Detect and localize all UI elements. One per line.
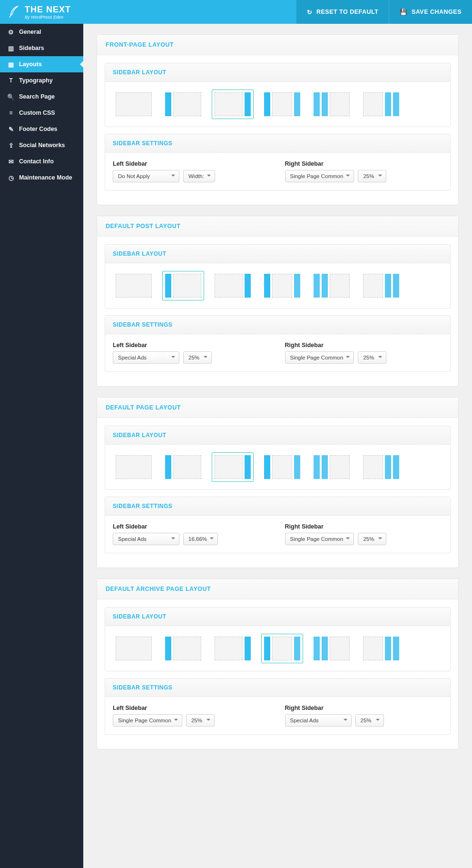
sidebar-item-contact-info[interactable]: ✉Contact Info	[0, 153, 83, 170]
layout-option-double-right[interactable]	[360, 271, 402, 300]
layout-option-right[interactable]	[212, 452, 254, 482]
mail-icon: ✉	[8, 158, 14, 165]
right-sidebar-width-select[interactable]: 25%	[358, 533, 386, 545]
layout-option-none[interactable]	[113, 634, 155, 663]
right-sidebar-width-select[interactable]: 25%	[355, 714, 384, 727]
layout-option-both[interactable]	[261, 634, 303, 663]
sidebar-item-label: Social Networks	[19, 142, 65, 149]
logo: THE NEXT By WordPress Eden	[0, 5, 79, 20]
sidebar-layout-panel: SIDEBAR LAYOUT	[105, 426, 451, 490]
panel-title: DEFAULT ARCHIVE PAGE LAYOUT	[97, 579, 458, 599]
sidebar-item-layouts[interactable]: ▦Layouts	[0, 56, 83, 72]
layout-option-double-left[interactable]	[311, 271, 353, 300]
sidebar-item-label: Search Page	[19, 93, 55, 100]
layout-option-none[interactable]	[113, 452, 155, 482]
right-sidebar-label: Right Sidebar	[285, 160, 443, 167]
gear-icon: ⚙	[8, 29, 14, 35]
right-sidebar-select[interactable]: Special Ads	[285, 714, 352, 727]
layout-chooser	[113, 452, 442, 482]
sidebar-layout-panel: SIDEBAR LAYOUT	[105, 63, 451, 127]
panel-title: DEFAULT POST LAYOUT	[97, 216, 458, 237]
layout-option-none[interactable]	[113, 90, 155, 119]
right-sidebar-select[interactable]: Single Page Common	[285, 533, 354, 545]
save-button[interactable]: 💾 SAVE CHANGES	[389, 0, 472, 24]
panel-title: FRONT-PAGE LAYOUT	[97, 35, 458, 55]
logo-title: THE NEXT	[25, 5, 71, 15]
layout-option-both[interactable]	[261, 452, 303, 482]
sidebar-item-search-page[interactable]: 🔍Search Page	[0, 89, 83, 105]
clock-icon: ◷	[8, 174, 14, 181]
main-content: FRONT-PAGE LAYOUT SIDEBAR LAYOUT SIDEBAR…	[83, 0, 472, 868]
layout-option-double-right[interactable]	[360, 90, 402, 119]
left-sidebar-width-select[interactable]: 25%	[186, 714, 215, 727]
right-sidebar-select[interactable]: Single Page Common	[285, 351, 354, 364]
sidebar-item-label: General	[19, 29, 41, 35]
left-sidebar-label: Left Sidebar	[113, 160, 271, 167]
share-icon: ⇪	[8, 142, 14, 149]
layout-option-left[interactable]	[162, 271, 204, 300]
panel-title: DEFAULT PAGE LAYOUT	[97, 398, 458, 418]
right-sidebar-label: Right Sidebar	[285, 705, 443, 711]
right-sidebar-select[interactable]: Single Page Common	[285, 170, 354, 182]
sidebar-item-footer-codes[interactable]: ✎Footer Codes	[0, 121, 83, 137]
layout-icon: ▦	[8, 61, 14, 68]
sidebar-layout-header: SIDEBAR LAYOUT	[105, 63, 450, 82]
right-sidebar-label: Right Sidebar	[285, 523, 443, 530]
sidebar-item-label: Sidebars	[19, 45, 44, 51]
layout-option-double-left[interactable]	[311, 452, 353, 482]
reset-button-label: RESET TO DEFAULT	[316, 9, 378, 15]
sidebar-settings-header: SIDEBAR SETTINGS	[105, 316, 450, 334]
left-sidebar-select[interactable]: Single Page Common	[113, 714, 182, 727]
reset-button[interactable]: ↻ RESET TO DEFAULT	[296, 0, 389, 24]
right-sidebar-width-select[interactable]: 25%	[358, 351, 386, 364]
panel-3: DEFAULT ARCHIVE PAGE LAYOUT SIDEBAR LAYO…	[97, 579, 459, 749]
left-sidebar-select[interactable]: Special Ads	[113, 351, 179, 364]
left-sidebar-select[interactable]: Special Ads	[113, 533, 179, 545]
sidebar-settings-header: SIDEBAR SETTINGS	[105, 497, 450, 516]
layout-option-right[interactable]	[212, 634, 254, 663]
sidebar-item-sidebars[interactable]: ▥Sidebars	[0, 40, 83, 56]
layout-option-left[interactable]	[162, 90, 204, 119]
layout-option-double-right[interactable]	[360, 634, 402, 663]
sidebar-item-label: Maintenance Mode	[19, 174, 72, 181]
layout-option-double-left[interactable]	[311, 634, 353, 663]
sidebar-settings-panel: SIDEBAR SETTINGS Left Sidebar Do Not App…	[105, 134, 451, 190]
layout-option-none[interactable]	[113, 271, 155, 300]
layout-option-right[interactable]	[212, 271, 254, 300]
left-sidebar-label: Left Sidebar	[113, 523, 271, 530]
sidebar-settings-panel: SIDEBAR SETTINGS Left Sidebar Special Ad…	[105, 315, 451, 372]
layout-chooser	[113, 90, 442, 119]
left-sidebar-width-select[interactable]: 16.66%	[183, 533, 218, 545]
left-sidebar-width-select[interactable]: Width:	[183, 170, 215, 182]
layout-option-left[interactable]	[162, 634, 204, 663]
sidebar-item-social-networks[interactable]: ⇪Social Networks	[0, 137, 83, 153]
sidebar: ⚙General▥Sidebars▦LayoutsTTypography🔍Sea…	[0, 0, 83, 868]
left-sidebar-select[interactable]: Do Not Apply	[113, 170, 179, 182]
sidebar-layout-header: SIDEBAR LAYOUT	[105, 245, 450, 263]
sidebar-item-label: Typography	[19, 77, 53, 84]
code-icon: ≡	[8, 110, 14, 116]
layout-option-double-left[interactable]	[311, 90, 353, 119]
sidebar-layout-header: SIDEBAR LAYOUT	[105, 608, 450, 626]
layout-option-both[interactable]	[261, 271, 303, 300]
layout-option-right[interactable]	[212, 90, 254, 119]
panel-1: DEFAULT POST LAYOUT SIDEBAR LAYOUT SIDEB…	[97, 216, 459, 387]
sidebar-item-label: Footer Codes	[19, 126, 58, 132]
layout-option-double-right[interactable]	[360, 452, 402, 482]
sidebar-item-label: Layouts	[19, 61, 42, 68]
sidebar-item-custom-css[interactable]: ≡Custom CSS	[0, 105, 83, 121]
refresh-icon: ↻	[307, 9, 313, 16]
search-icon: 🔍	[8, 93, 14, 100]
sidebar-settings-panel: SIDEBAR SETTINGS Left Sidebar Special Ad…	[105, 497, 451, 553]
sidebar-item-general[interactable]: ⚙General	[0, 24, 83, 40]
save-button-label: SAVE CHANGES	[412, 9, 462, 15]
logo-subtitle: By WordPress Eden	[25, 15, 71, 20]
sidebar-item-typography[interactable]: TTypography	[0, 72, 83, 89]
left-sidebar-width-select[interactable]: 25%	[183, 351, 212, 364]
sidebar-item-maintenance-mode[interactable]: ◷Maintenance Mode	[0, 170, 83, 186]
right-sidebar-width-select[interactable]: 25%	[358, 170, 386, 182]
save-icon: 💾	[400, 9, 408, 16]
layout-option-left[interactable]	[162, 452, 204, 482]
sidebar-layout-panel: SIDEBAR LAYOUT	[105, 607, 451, 671]
layout-option-both[interactable]	[261, 90, 303, 119]
